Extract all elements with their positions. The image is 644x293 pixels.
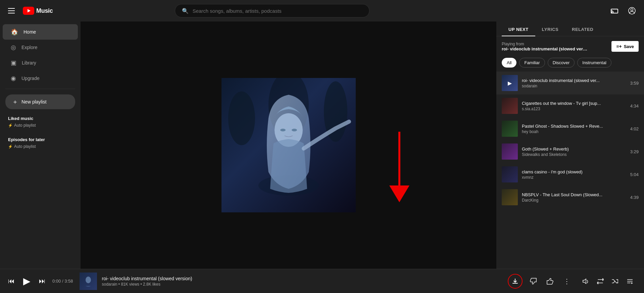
queue-info: roi- videoclub instrumental (slowed ver.… (522, 78, 626, 88)
chip-instrumental[interactable]: Instrumental (577, 58, 611, 68)
new-playlist-button[interactable]: ＋ New playlist (5, 94, 75, 109)
chip-familiar[interactable]: Familiar (519, 58, 545, 68)
sidebar-item-home[interactable]: 🏠 Home (3, 24, 78, 40)
queue-thumb (502, 143, 518, 160)
player-thumbnail (80, 273, 97, 290)
explore-icon: ◎ (11, 44, 16, 51)
arrow-annotation (389, 132, 409, 202)
svg-point-5 (631, 9, 633, 11)
skip-forward-button[interactable]: ⏭ (39, 277, 46, 285)
lightning-icon-2: ⚡ (8, 144, 13, 149)
sidebar-item-upgrade[interactable]: ◉ Upgrade (3, 71, 78, 86)
repeat-button[interactable] (594, 275, 606, 287)
upgrade-icon: ◉ (11, 75, 16, 82)
download-circle-button[interactable] (508, 274, 523, 289)
queue-info: Cigarettes out the window - Tv girl [sup… (522, 101, 626, 111)
svg-point-12 (280, 129, 286, 131)
queue-duration: 4:34 (630, 103, 639, 109)
tab-up-next[interactable]: UP NEXT (502, 22, 535, 36)
sidebar-label-library: Library (22, 60, 36, 66)
tab-related[interactable]: RELATED (565, 22, 600, 36)
total-time: 3:58 (64, 279, 73, 284)
queue-item[interactable]: ▶ roi- videoclub instrumental (slowed ve… (496, 72, 644, 94)
library-icon: ▣ (11, 59, 16, 67)
queue-artist: s.sia.a123 (522, 107, 626, 111)
player-controls: ⏮ ▶ ⏭ (8, 275, 46, 288)
top-nav: Music 🔍 (0, 0, 644, 22)
episodes-label[interactable]: Episodes for later (5, 136, 75, 143)
sidebar-item-explore[interactable]: ◎ Explore (3, 40, 78, 55)
more-options-button[interactable]: ⋮ (561, 275, 573, 287)
video-thumbnail[interactable] (221, 78, 356, 212)
volume-button[interactable] (580, 275, 592, 287)
app-logo[interactable]: Music (23, 7, 53, 15)
queue-item[interactable]: Cigarettes out the window - Tv girl [sup… (496, 94, 644, 117)
queue-info: Goth (Slowed + Reverb) Sidewalks and Ske… (522, 146, 626, 157)
player-artwork (80, 273, 97, 290)
queue-item[interactable]: Goth (Slowed + Reverb) Sidewalks and Ske… (496, 140, 644, 163)
menu-icon[interactable] (5, 5, 17, 16)
tab-lyrics[interactable]: LYRICS (535, 22, 565, 36)
right-panel: UP NEXT LYRICS RELATED Playing from roi-… (496, 22, 644, 269)
bottom-player: ⏮ ▶ ⏭ 0:00 / 3:58 roi- videoclub instr (0, 269, 644, 293)
sidebar-label-explore: Explore (21, 45, 37, 50)
player-artist: sodarain (102, 282, 117, 287)
queue-title: Cigarettes out the window - Tv girl [sup… (522, 101, 626, 106)
video-container (221, 78, 356, 212)
queue-duration: 3:29 (630, 149, 639, 154)
queue-item[interactable]: Pastel Ghost - Shadows Slowed + Reve... … (496, 117, 644, 140)
player-title: roi- videoclub instrumental (slowed vers… (102, 276, 503, 281)
search-icon: 🔍 (182, 8, 189, 14)
nav-actions (608, 4, 639, 17)
current-time: 0:00 (52, 279, 61, 284)
cast-icon[interactable] (608, 4, 621, 17)
save-icon: ≡+ (616, 44, 622, 49)
play-pause-button[interactable]: ▶ (20, 275, 34, 288)
queue-list: ▶ roi- videoclub instrumental (slowed ve… (496, 72, 644, 269)
sidebar-label-home: Home (23, 29, 36, 35)
shuffle-button[interactable] (609, 275, 621, 287)
player-stats: 81K views • 2.8K likes (121, 282, 160, 287)
liked-music-sub: ⚡ Auto playlist (5, 122, 75, 130)
home-icon: 🏠 (11, 28, 18, 36)
svg-point-3 (611, 12, 612, 13)
lightning-icon: ⚡ (8, 123, 13, 128)
like-button[interactable] (544, 275, 556, 287)
skip-back-button[interactable]: ⏮ (8, 277, 15, 285)
dislike-button[interactable] (527, 275, 539, 287)
svg-point-13 (292, 129, 297, 131)
player-time: 0:00 / 3:58 (52, 279, 73, 284)
queue-title: roi- videoclub instrumental (slowed ver.… (522, 78, 626, 83)
sidebar-label-upgrade: Upgrade (21, 76, 40, 81)
queue-duration: 4:02 (630, 126, 639, 131)
liked-music-label[interactable]: Liked music (5, 115, 75, 122)
queue-duration: 3:59 (630, 81, 639, 86)
episodes-section: Episodes for later ⚡ Auto playlist (0, 133, 81, 154)
queue-thumb (502, 166, 518, 182)
queue-artist: hey boah (522, 129, 626, 134)
queue-thumb: ▶ (502, 75, 518, 91)
queue-button[interactable] (624, 275, 636, 287)
sidebar-item-library[interactable]: ▣ Library (3, 55, 78, 71)
save-label: Save (624, 44, 634, 49)
svg-marker-19 (631, 282, 633, 284)
queue-title: clams casino - i'm god (slowed) (522, 169, 626, 174)
main-content: 🏠 Home ◎ Explore ▣ Library ◉ Upgrade ＋ N… (0, 22, 644, 269)
sidebar: 🏠 Home ◎ Explore ▣ Library ◉ Upgrade ＋ N… (0, 22, 81, 269)
queue-play-icon: ▶ (508, 80, 512, 86)
filter-chips: All Familiar Discover Instrumental (496, 55, 644, 72)
player-artist-info: sodarain • 81K views • 2.8K likes (102, 282, 503, 287)
queue-title: NBSPLV - The Last Soul Down (Slowed... (522, 192, 626, 197)
queue-item[interactable]: NBSPLV - The Last Soul Down (Slowed... D… (496, 186, 644, 209)
account-icon[interactable] (625, 4, 639, 17)
chip-discover[interactable]: Discover (548, 58, 575, 68)
queue-item[interactable]: clams casino - i'm god (slowed) xvmnz 5:… (496, 163, 644, 186)
episodes-sub: ⚡ Auto playlist (5, 143, 75, 152)
chip-all[interactable]: All (502, 58, 516, 68)
queue-duration: 4:39 (630, 195, 639, 200)
plus-icon: ＋ (12, 98, 18, 106)
sidebar-divider (5, 89, 75, 89)
search-input[interactable] (193, 8, 362, 14)
save-button[interactable]: ≡+ Save (611, 41, 639, 52)
svg-point-15 (86, 277, 91, 283)
